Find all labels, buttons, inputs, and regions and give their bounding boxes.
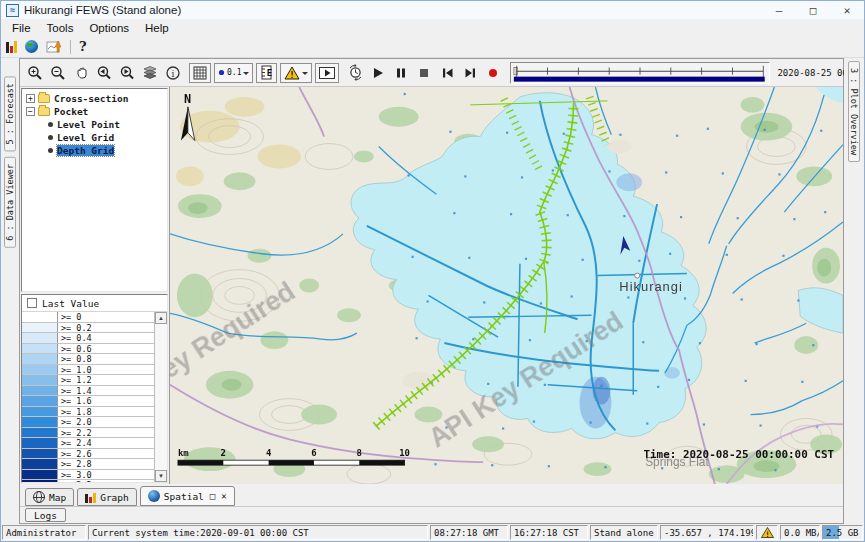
timeline-slider[interactable] — [510, 62, 770, 84]
expand-icon[interactable]: + — [26, 94, 35, 103]
application-window: ≈ Hikurangi FEWS (Stand alone) — □ ✕ Fil… — [0, 0, 865, 542]
scroll-down-icon[interactable]: ▼ — [155, 470, 167, 482]
tree-item-level-point[interactable]: Level Point — [22, 118, 167, 131]
chevron-down-icon — [302, 72, 308, 78]
layers-panel: +Cross-section−PocketLevel PointLevel Gr… — [20, 87, 170, 484]
menu-file[interactable]: File — [4, 21, 39, 35]
dock-tab-plot-overview[interactable]: 3 : Plot Overview — [848, 61, 860, 162]
forecast-manager-icon[interactable] — [6, 41, 17, 53]
info-icon[interactable]: i — [163, 63, 183, 83]
legend-row[interactable]: >= 1.4 — [22, 386, 154, 397]
status-coordinates: -35.657 , 174.199 — [660, 525, 754, 540]
record-button[interactable] — [483, 63, 503, 83]
layer-tree: +Cross-section−PocketLevel PointLevel Gr… — [21, 88, 168, 292]
legend-row[interactable]: >= 2.4 — [22, 438, 154, 449]
legend-panel: Last Value >= 0>= 0.2>= 0.4>= 0.6>= 0.8>… — [21, 294, 168, 483]
status-local-time: 16:27:18 CST — [510, 525, 588, 540]
legend-threshold-label: >= 1.0 — [58, 365, 92, 375]
menu-options[interactable]: Options — [81, 21, 137, 35]
help-button[interactable]: ? — [79, 39, 87, 54]
legend-row[interactable]: >= 0.2 — [22, 323, 154, 334]
map-display-icon[interactable] — [25, 40, 38, 53]
minimize-button[interactable]: — — [762, 1, 796, 19]
threshold-dropdown[interactable]: 0.1 — [214, 63, 253, 83]
legend-row[interactable]: >= 0.6 — [22, 344, 154, 355]
tree-item-label: Level Point — [57, 119, 120, 130]
close-button[interactable]: ✕ — [830, 1, 864, 19]
legend-row[interactable]: >= 0.8 — [22, 354, 154, 365]
tab-graph[interactable]: Graph — [77, 488, 137, 506]
pan-hand-icon[interactable] — [71, 63, 91, 83]
legend-row[interactable]: >= 1.0 — [22, 365, 154, 376]
legend-scrollbar[interactable]: ▲ ▼ — [154, 312, 167, 482]
legend-threshold-label: >= 2.0 — [58, 417, 92, 427]
legend-row[interactable]: >= 1.8 — [22, 407, 154, 418]
layers-icon[interactable] — [140, 63, 160, 83]
legend-color-swatch — [22, 375, 58, 385]
tab-map[interactable]: Map — [25, 488, 74, 506]
scroll-up-icon[interactable]: ▲ — [155, 312, 167, 324]
scrollbar-track[interactable] — [155, 324, 167, 470]
legend-row[interactable]: >= 2.0 — [22, 417, 154, 428]
tree-item-level-grid[interactable]: Level Grid — [22, 131, 167, 144]
tab-label: Map — [49, 492, 66, 503]
legend-row[interactable]: >= 2.2 — [22, 428, 154, 439]
svg-text:km: km — [178, 448, 189, 458]
menu-help[interactable]: Help — [137, 21, 177, 35]
last-value-label: Last Value — [42, 298, 99, 309]
stop-button[interactable] — [414, 63, 434, 83]
legend-row[interactable]: >= 0.4 — [22, 333, 154, 344]
restore-tab-icon[interactable]: □ — [210, 491, 215, 501]
skip-end-button[interactable] — [460, 63, 480, 83]
dock-tab-forecast[interactable]: 5 : Forecast — [4, 76, 16, 151]
play-button[interactable] — [368, 63, 388, 83]
graph-bars-icon — [85, 491, 96, 503]
close-tab-icon[interactable]: ✕ — [221, 491, 226, 501]
legend-threshold-label: >= 0.4 — [58, 333, 92, 343]
zoom-next-icon[interactable] — [117, 63, 137, 83]
tab-label: Graph — [100, 492, 129, 503]
legend-color-swatch — [22, 449, 58, 459]
tab-spatial[interactable]: Spatial□✕ — [140, 486, 235, 506]
animation-panel-button[interactable] — [315, 63, 339, 83]
tree-item-cross-section[interactable]: +Cross-section — [22, 92, 167, 105]
logs-tab[interactable]: Logs — [25, 508, 66, 522]
timeseries-icon[interactable] — [46, 40, 62, 54]
titlebar: ≈ Hikurangi FEWS (Stand alone) — □ ✕ — [1, 1, 864, 19]
zoom-out-icon[interactable] — [48, 63, 68, 83]
legend-color-swatch — [22, 417, 58, 427]
skip-start-button[interactable] — [437, 63, 457, 83]
scale-button[interactable]: E — [256, 63, 277, 83]
legend-row[interactable]: >= 2.8 — [22, 459, 154, 470]
legend-color-swatch — [22, 333, 58, 343]
maximize-button[interactable]: □ — [796, 1, 830, 19]
warning-icon: ! — [284, 66, 300, 80]
pause-button[interactable] — [391, 63, 411, 83]
tree-item-depth-grid[interactable]: Depth Grid — [22, 144, 167, 157]
grid-toggle-button[interactable] — [189, 63, 211, 83]
legend-threshold-label: >= 0.2 — [58, 323, 92, 333]
legend-row[interactable]: >= 0 — [22, 312, 154, 323]
last-value-checkbox[interactable] — [27, 298, 37, 308]
scale-tick-label: 10 — [399, 448, 410, 458]
tree-item-label: Cross-section — [54, 93, 128, 104]
legend-row[interactable]: >= 3.0 — [22, 470, 154, 481]
tree-item-label: Depth Grid — [57, 145, 114, 156]
map-viewport[interactable]: API Key Required API Key Required Hikura… — [170, 87, 843, 484]
legend-threshold-label: >= 2.6 — [58, 449, 92, 459]
legend-row[interactable]: >= 1.6 — [22, 396, 154, 407]
legend-row[interactable]: >= 3.2 — [22, 480, 154, 482]
status-warning-cell[interactable]: ! — [756, 525, 778, 540]
collapse-icon[interactable]: − — [26, 107, 35, 116]
place-label-town: Hikurangi — [619, 279, 683, 294]
timer-settings-icon[interactable] — [345, 63, 365, 83]
legend-threshold-label: >= 2.8 — [58, 459, 92, 469]
menu-tools[interactable]: Tools — [39, 21, 82, 35]
tree-item-pocket[interactable]: −Pocket — [22, 105, 167, 118]
legend-row[interactable]: >= 1.2 — [22, 375, 154, 386]
warning-threshold-dropdown[interactable]: ! — [280, 63, 312, 83]
zoom-in-icon[interactable] — [25, 63, 45, 83]
legend-row[interactable]: >= 2.6 — [22, 449, 154, 460]
zoom-previous-icon[interactable] — [94, 63, 114, 83]
dock-tab-viewer[interactable]: 6 : Data Viewer — [4, 157, 16, 248]
